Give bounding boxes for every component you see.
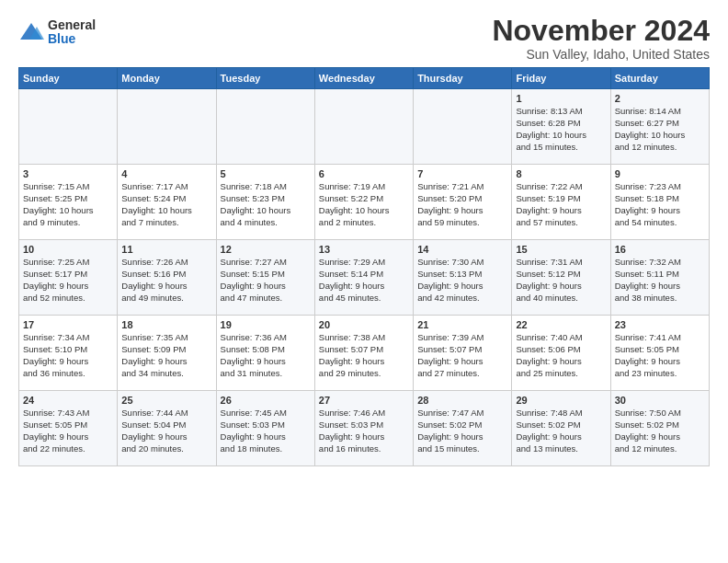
day-info: Sunrise: 7:27 AM Sunset: 5:15 PM Dayligh… xyxy=(221,257,287,302)
day-number: 5 xyxy=(221,168,311,179)
cell-w1-d3: 6Sunrise: 7:19 AM Sunset: 5:22 PM Daylig… xyxy=(314,165,413,240)
cell-w0-d0 xyxy=(19,89,118,165)
day-number: 21 xyxy=(417,319,507,330)
day-info: Sunrise: 7:21 AM Sunset: 5:20 PM Dayligh… xyxy=(417,181,483,226)
cell-w2-d0: 10Sunrise: 7:25 AM Sunset: 5:17 PM Dayli… xyxy=(19,240,118,316)
day-info: Sunrise: 7:22 AM Sunset: 5:19 PM Dayligh… xyxy=(516,181,582,226)
day-info: Sunrise: 7:43 AM Sunset: 5:05 PM Dayligh… xyxy=(23,408,89,453)
day-number: 6 xyxy=(319,168,409,179)
cell-w0-d5: 1Sunrise: 8:13 AM Sunset: 6:28 PM Daylig… xyxy=(512,89,610,165)
calendar-header: Sunday Monday Tuesday Wednesday Thursday… xyxy=(19,68,710,89)
day-number: 27 xyxy=(319,395,409,406)
header-sunday: Sunday xyxy=(19,68,118,89)
day-info: Sunrise: 7:31 AM Sunset: 5:12 PM Dayligh… xyxy=(516,257,582,302)
cell-w1-d2: 5Sunrise: 7:18 AM Sunset: 5:23 PM Daylig… xyxy=(216,165,314,240)
cell-w1-d0: 3Sunrise: 7:15 AM Sunset: 5:25 PM Daylig… xyxy=(19,165,118,240)
cell-w0-d6: 2Sunrise: 8:14 AM Sunset: 6:27 PM Daylig… xyxy=(610,89,709,165)
day-info: Sunrise: 7:48 AM Sunset: 5:02 PM Dayligh… xyxy=(516,408,582,453)
cell-w4-d1: 25Sunrise: 7:44 AM Sunset: 5:04 PM Dayli… xyxy=(118,391,216,466)
cell-w0-d2 xyxy=(216,89,314,165)
calendar-body: 1Sunrise: 8:13 AM Sunset: 6:28 PM Daylig… xyxy=(19,89,710,466)
day-info: Sunrise: 7:30 AM Sunset: 5:13 PM Dayligh… xyxy=(417,257,483,302)
cell-w4-d2: 26Sunrise: 7:45 AM Sunset: 5:03 PM Dayli… xyxy=(216,391,314,466)
day-number: 29 xyxy=(516,395,606,406)
header-tuesday: Tuesday xyxy=(216,68,314,89)
cell-w3-d3: 20Sunrise: 7:38 AM Sunset: 5:07 PM Dayli… xyxy=(314,316,413,391)
cell-w3-d5: 22Sunrise: 7:40 AM Sunset: 5:06 PM Dayli… xyxy=(512,316,610,391)
day-info: Sunrise: 7:17 AM Sunset: 5:24 PM Dayligh… xyxy=(121,181,192,226)
day-info: Sunrise: 8:14 AM Sunset: 6:27 PM Dayligh… xyxy=(615,106,686,151)
day-number: 24 xyxy=(23,395,113,406)
day-info: Sunrise: 7:46 AM Sunset: 5:03 PM Dayligh… xyxy=(319,408,385,453)
cell-w1-d6: 9Sunrise: 7:23 AM Sunset: 5:18 PM Daylig… xyxy=(610,165,709,240)
day-number: 1 xyxy=(516,93,606,104)
header-saturday: Saturday xyxy=(610,68,709,89)
page: General Blue November 2024 Sun Valley, I… xyxy=(0,0,728,563)
cell-w1-d5: 8Sunrise: 7:22 AM Sunset: 5:19 PM Daylig… xyxy=(512,165,610,240)
day-info: Sunrise: 7:38 AM Sunset: 5:07 PM Dayligh… xyxy=(319,332,385,377)
cell-w4-d5: 29Sunrise: 7:48 AM Sunset: 5:02 PM Dayli… xyxy=(512,391,610,466)
day-number: 26 xyxy=(221,395,311,406)
day-number: 3 xyxy=(23,168,113,179)
title-block: November 2024 Sun Valley, Idaho, United … xyxy=(492,15,710,62)
day-number: 22 xyxy=(516,319,606,330)
day-number: 7 xyxy=(417,168,507,179)
day-number: 2 xyxy=(615,93,705,104)
cell-w4-d0: 24Sunrise: 7:43 AM Sunset: 5:05 PM Dayli… xyxy=(19,391,118,466)
day-info: Sunrise: 7:40 AM Sunset: 5:06 PM Dayligh… xyxy=(516,332,582,377)
logo-text: General Blue xyxy=(48,18,96,47)
day-number: 15 xyxy=(516,244,606,255)
day-info: Sunrise: 7:44 AM Sunset: 5:04 PM Dayligh… xyxy=(121,408,188,453)
header-wednesday: Wednesday xyxy=(314,68,413,89)
week-row-2: 10Sunrise: 7:25 AM Sunset: 5:17 PM Dayli… xyxy=(19,240,710,316)
calendar-table: Sunday Monday Tuesday Wednesday Thursday… xyxy=(18,67,710,466)
cell-w3-d6: 23Sunrise: 7:41 AM Sunset: 5:05 PM Dayli… xyxy=(610,316,709,391)
cell-w0-d1 xyxy=(118,89,216,165)
day-number: 19 xyxy=(221,319,311,330)
day-number: 14 xyxy=(417,244,507,255)
day-info: Sunrise: 7:19 AM Sunset: 5:22 PM Dayligh… xyxy=(319,181,390,226)
day-info: Sunrise: 7:26 AM Sunset: 5:16 PM Dayligh… xyxy=(121,257,188,302)
day-number: 25 xyxy=(121,395,211,406)
day-number: 9 xyxy=(615,168,705,179)
header-thursday: Thursday xyxy=(414,68,512,89)
week-row-3: 17Sunrise: 7:34 AM Sunset: 5:10 PM Dayli… xyxy=(19,316,710,391)
day-number: 10 xyxy=(23,244,113,255)
cell-w4-d3: 27Sunrise: 7:46 AM Sunset: 5:03 PM Dayli… xyxy=(314,391,413,466)
day-info: Sunrise: 7:36 AM Sunset: 5:08 PM Dayligh… xyxy=(221,332,287,377)
cell-w2-d1: 11Sunrise: 7:26 AM Sunset: 5:16 PM Dayli… xyxy=(118,240,216,316)
day-info: Sunrise: 7:35 AM Sunset: 5:09 PM Dayligh… xyxy=(121,332,188,377)
subtitle: Sun Valley, Idaho, United States xyxy=(492,47,710,62)
cell-w2-d3: 13Sunrise: 7:29 AM Sunset: 5:14 PM Dayli… xyxy=(314,240,413,316)
cell-w1-d1: 4Sunrise: 7:17 AM Sunset: 5:24 PM Daylig… xyxy=(118,165,216,240)
day-number: 28 xyxy=(417,395,507,406)
cell-w2-d5: 15Sunrise: 7:31 AM Sunset: 5:12 PM Dayli… xyxy=(512,240,610,316)
day-number: 17 xyxy=(23,319,113,330)
logo-blue-text: Blue xyxy=(48,32,96,46)
day-number: 23 xyxy=(615,319,705,330)
cell-w3-d4: 21Sunrise: 7:39 AM Sunset: 5:07 PM Dayli… xyxy=(414,316,512,391)
header-friday: Friday xyxy=(512,68,610,89)
cell-w2-d4: 14Sunrise: 7:30 AM Sunset: 5:13 PM Dayli… xyxy=(414,240,512,316)
cell-w0-d4 xyxy=(414,89,512,165)
day-info: Sunrise: 7:18 AM Sunset: 5:23 PM Dayligh… xyxy=(221,181,291,226)
day-info: Sunrise: 7:39 AM Sunset: 5:07 PM Dayligh… xyxy=(417,332,483,377)
day-info: Sunrise: 7:50 AM Sunset: 5:02 PM Dayligh… xyxy=(615,408,681,453)
logo-general-text: General xyxy=(48,18,96,32)
day-number: 30 xyxy=(615,395,705,406)
day-info: Sunrise: 7:47 AM Sunset: 5:02 PM Dayligh… xyxy=(417,408,483,453)
cell-w3-d0: 17Sunrise: 7:34 AM Sunset: 5:10 PM Dayli… xyxy=(19,316,118,391)
header-monday: Monday xyxy=(118,68,216,89)
week-row-0: 1Sunrise: 8:13 AM Sunset: 6:28 PM Daylig… xyxy=(19,89,710,165)
cell-w3-d2: 19Sunrise: 7:36 AM Sunset: 5:08 PM Dayli… xyxy=(216,316,314,391)
day-number: 8 xyxy=(516,168,606,179)
day-info: Sunrise: 7:45 AM Sunset: 5:03 PM Dayligh… xyxy=(221,408,287,453)
cell-w0-d3 xyxy=(314,89,413,165)
week-row-4: 24Sunrise: 7:43 AM Sunset: 5:05 PM Dayli… xyxy=(19,391,710,466)
cell-w2-d2: 12Sunrise: 7:27 AM Sunset: 5:15 PM Dayli… xyxy=(216,240,314,316)
logo: General Blue xyxy=(18,18,96,47)
day-number: 11 xyxy=(121,244,211,255)
cell-w3-d1: 18Sunrise: 7:35 AM Sunset: 5:09 PM Dayli… xyxy=(118,316,216,391)
day-info: Sunrise: 7:32 AM Sunset: 5:11 PM Dayligh… xyxy=(615,257,681,302)
cell-w1-d4: 7Sunrise: 7:21 AM Sunset: 5:20 PM Daylig… xyxy=(414,165,512,240)
